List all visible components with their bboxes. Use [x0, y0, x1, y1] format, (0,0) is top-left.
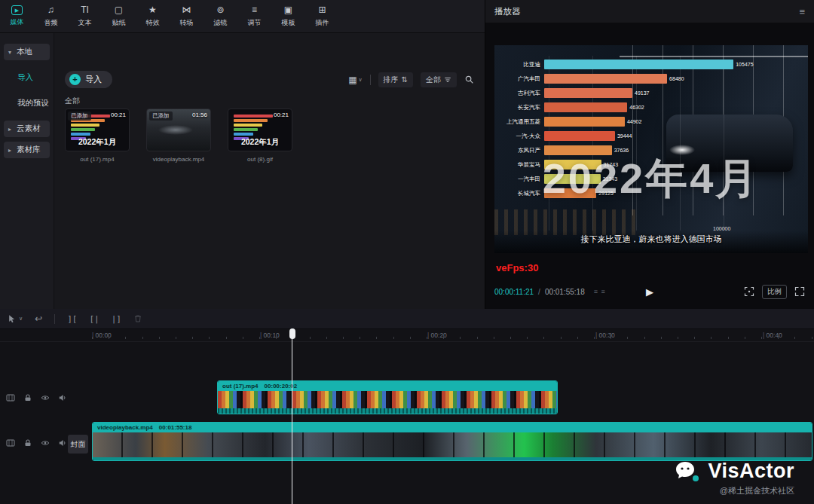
media-panel: + 导入 ▦ ∨ 排序 ⇅ — [54, 33, 485, 309]
play-button[interactable]: ▶ — [646, 286, 653, 298]
media-item-name: out (17).mp4 — [65, 156, 130, 163]
tab-filter[interactable]: ⊚ 滤镜 — [204, 0, 237, 32]
media-thumbnail[interactable]: 已添加 01:56 — [146, 108, 211, 151]
speaker-icon[interactable] — [58, 393, 67, 402]
undo-button[interactable]: ↩ — [35, 313, 42, 324]
tab-media[interactable]: ▶ 媒体 — [0, 0, 34, 32]
caret-down-icon: ∨ — [358, 77, 362, 83]
tab-audio[interactable]: ♫ 音频 — [34, 0, 68, 32]
hamburger-menu-icon[interactable]: ≡ — [799, 6, 805, 17]
timeline-clip-out17[interactable]: out (17).mp4 00:00:20:02 — [217, 380, 558, 414]
eye-icon[interactable] — [41, 393, 50, 402]
ruler-tick-label: 00:00 — [92, 331, 112, 339]
filter-button[interactable]: 全部 — [421, 72, 457, 87]
player-panel: 播放器 ≡ 比亚迪 105475 — [485, 0, 814, 309]
toolbar-divider — [370, 75, 371, 85]
ratio-button[interactable]: 比例 — [762, 285, 787, 299]
tab-template[interactable]: ▣ 模板 — [271, 0, 305, 32]
sidebar-item-label: 本地 — [17, 47, 32, 57]
ruler-tick-label: 00:30 — [595, 331, 615, 339]
grid-view-icon: ▦ — [348, 75, 357, 85]
sidebar-item-label: 我的预设 — [17, 98, 49, 108]
delete-button[interactable] — [133, 314, 142, 323]
tab-text[interactable]: TI 文本 — [68, 0, 102, 32]
chart-bar-row: 比亚迪 105475 — [500, 57, 742, 72]
undo-icon: ↩ — [35, 313, 42, 324]
transition-icon: ⋈ — [182, 5, 191, 16]
media-thumbnail[interactable]: 00:21 2022年1月 — [228, 108, 292, 151]
sidebar-item-library[interactable]: ▸ 素材库 — [4, 142, 50, 158]
timeline-toolbar: ∨ ↩ ][ [| |] — [0, 309, 814, 329]
media-item-videoplayback[interactable]: 已添加 01:56 videoplayback.mp4 — [146, 108, 211, 163]
fullscreen-icon[interactable] — [794, 286, 805, 297]
sticker-icon: ▢ — [115, 5, 123, 16]
clip-filmstrip — [218, 391, 557, 408]
time-separator: / — [538, 288, 540, 296]
thumbnail-overlay-text: 2022年1月 — [228, 137, 292, 148]
search-icon — [464, 75, 474, 84]
split-button[interactable]: ][ — [67, 314, 77, 324]
toolbar-divider — [54, 314, 55, 324]
sort-icon: ⇅ — [402, 75, 408, 84]
media-item-out17[interactable]: 已添加 00:21 2022年1月 out (17).mp4 — [65, 108, 130, 163]
view-mode-button[interactable]: ▦ ∨ — [348, 75, 362, 85]
added-badge: 已添加 — [68, 111, 91, 121]
media-thumbnail[interactable]: 已添加 00:21 2022年1月 — [65, 108, 130, 151]
clip-audio-waveform — [218, 408, 557, 414]
timeline-clip-videoplayback[interactable]: videoplayback.mp4 00:01:55:18 — [92, 422, 812, 461]
cover-button[interactable]: 封面 — [68, 435, 88, 454]
sidebar-item-import[interactable]: 导入 — [4, 69, 54, 86]
sort-button-label: 排序 — [384, 75, 399, 85]
media-item-list: 已添加 00:21 2022年1月 out (17).mp4 已添加 01:56 — [65, 108, 292, 163]
frame-strip-icon[interactable]: ≡ ≡ — [594, 288, 606, 295]
speaker-icon[interactable] — [58, 438, 67, 447]
sort-button[interactable]: 排序 ⇅ — [378, 72, 413, 87]
chart-bar-row: 长城汽车 29125 — [500, 186, 742, 200]
ruler-tick-label: 00:10 — [260, 331, 280, 339]
player-controls: 00:00:11:21 / 00:01:55:18 ≡ ≡ ▶ 比例 — [485, 280, 814, 303]
import-button[interactable]: + 导入 — [65, 71, 112, 88]
eye-icon[interactable] — [41, 438, 50, 447]
media-item-out8gif[interactable]: 00:21 2022年1月 out (8).gif — [228, 108, 292, 163]
tab-adjust-label: 调节 — [248, 18, 262, 28]
tab-sticker[interactable]: ▢ 贴纸 — [102, 0, 136, 32]
playhead-handle[interactable] — [289, 328, 295, 339]
duration-label: 01:56 — [192, 111, 207, 118]
lock-icon[interactable] — [23, 438, 32, 447]
sidebar-item-local[interactable]: ▾ 本地 — [4, 44, 50, 60]
track2-controls — [6, 438, 67, 447]
asset-region: ▶ 媒体 ♫ 音频 TI 文本 ▢ 贴纸 ★ 特效 — [0, 0, 485, 309]
total-time: 00:01:55:18 — [545, 288, 585, 296]
video-preview: 比亚迪 105475 广汽丰田 68480 吉利汽车 49137 长安汽车 — [494, 45, 808, 253]
ruler-tick-label: 00:40 — [763, 331, 782, 339]
track-thumbnail-toggle-icon[interactable] — [6, 438, 15, 447]
tab-plugin[interactable]: ⊞ 插件 — [305, 0, 339, 32]
fit-screen-icon[interactable] — [744, 286, 754, 297]
sidebar-item-presets[interactable]: 我的预设 — [4, 95, 54, 111]
timeline-ruler[interactable]: 00:00 00:10 00:20 00:30 00:40 — [0, 329, 814, 342]
media-sidebar: ▾ 本地 导入 我的预设 ▸ 云素材 ▸ 素材库 — [0, 33, 54, 309]
filter-button-label: 全部 — [426, 75, 441, 85]
lock-icon[interactable] — [23, 393, 32, 402]
trim-right-button[interactable]: |] — [112, 314, 121, 324]
community-text: @稀土掘金技术社区 — [675, 485, 794, 496]
cursor-icon — [8, 314, 17, 323]
sidebar-item-label: 云素材 — [17, 124, 41, 134]
track-thumbnail-toggle-icon[interactable] — [6, 393, 15, 402]
chart-bar-row: 东风日产 37636 — [500, 143, 742, 157]
tab-effects-label: 特效 — [146, 18, 160, 28]
chevron-right-icon: ▸ — [8, 147, 14, 154]
tab-effects[interactable]: ★ 特效 — [136, 0, 170, 32]
sidebar-item-cloud[interactable]: ▸ 云素材 — [4, 121, 50, 137]
select-tool-button[interactable]: ∨ — [8, 314, 23, 323]
search-button[interactable] — [464, 75, 474, 84]
upper-region: ▶ 媒体 ♫ 音频 TI 文本 ▢ 贴纸 ★ 特效 — [0, 0, 814, 309]
ruler-tick-label: 00:20 — [427, 331, 447, 339]
watermark: VisActor @稀土掘金技术社区 — [675, 460, 794, 496]
adjust-icon: ≡ — [252, 5, 257, 16]
trim-left-button[interactable]: [| — [89, 314, 99, 324]
tab-adjust[interactable]: ≡ 调节 — [237, 0, 271, 32]
chart-bar-row: 长安汽车 46302 — [500, 100, 742, 115]
playhead[interactable] — [292, 329, 292, 504]
tab-transition[interactable]: ⋈ 转场 — [170, 0, 204, 32]
